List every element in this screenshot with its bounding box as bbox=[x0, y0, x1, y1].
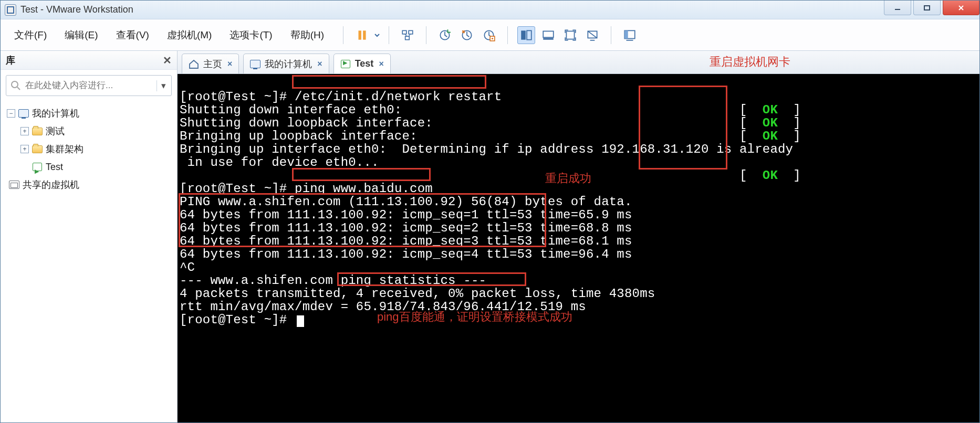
menu-tabs[interactable]: 选项卡(T) bbox=[223, 25, 278, 45]
tab-my-computer[interactable]: 我的计算机 × bbox=[243, 54, 329, 73]
menu-bar: 文件(F) 编辑(E) 查看(V) 虚拟机(M) 选项卡(T) 帮助(H) bbox=[1, 19, 979, 51]
power-dropdown[interactable] bbox=[373, 26, 381, 44]
close-button[interactable] bbox=[943, 1, 979, 15]
window-controls bbox=[882, 1, 979, 19]
tree-label: Test bbox=[46, 158, 63, 176]
tree-label: 集群架构 bbox=[46, 140, 84, 158]
library-search[interactable]: ▾ bbox=[6, 75, 172, 96]
minimize-button[interactable] bbox=[884, 1, 911, 15]
menu-help[interactable]: 帮助(H) bbox=[284, 25, 330, 45]
tab-home[interactable]: 主页 × bbox=[182, 54, 239, 73]
tree-my-computer[interactable]: − 我的计算机 bbox=[5, 104, 175, 122]
pause-button[interactable] bbox=[353, 26, 371, 44]
send-ctrl-alt-del-button[interactable] bbox=[399, 26, 416, 44]
tree-label: 我的计算机 bbox=[32, 104, 79, 122]
svg-rect-17 bbox=[543, 38, 554, 39]
annotation-ping-ok: ping百度能通，证明设置桥接模式成功 bbox=[377, 309, 572, 325]
menu-vm[interactable]: 虚拟机(M) bbox=[161, 25, 218, 45]
library-header: 库 ✕ bbox=[1, 51, 177, 70]
tree-shared-vms[interactable]: 共享的虚拟机 bbox=[5, 176, 175, 194]
tab-close-icon[interactable]: × bbox=[379, 59, 383, 69]
svg-rect-5 bbox=[409, 30, 413, 34]
svg-rect-18 bbox=[566, 31, 574, 39]
tab-close-icon[interactable]: × bbox=[317, 59, 322, 69]
library-title: 库 bbox=[6, 54, 15, 67]
svg-rect-14 bbox=[521, 30, 526, 39]
tree-label: 共享的虚拟机 bbox=[23, 176, 79, 194]
window-title: Test - VMware Workstation bbox=[20, 4, 882, 15]
tab-strip: 主页 × 我的计算机 × Test × 重启虚拟机网卡 bbox=[178, 51, 979, 74]
terminal-output: [root@Test ~]# /etc/init.d/network resta… bbox=[178, 74, 979, 422]
svg-rect-1 bbox=[924, 6, 930, 10]
search-input[interactable] bbox=[24, 80, 153, 91]
toolbar-separator bbox=[343, 26, 343, 44]
shared-icon bbox=[9, 181, 19, 189]
app-icon bbox=[5, 4, 16, 16]
tab-label: Test bbox=[355, 58, 374, 69]
library-sidebar: 库 ✕ ▾ − 我的计算机 + 测试 + 集群架构 bbox=[1, 51, 178, 422]
unity-button[interactable] bbox=[583, 26, 601, 44]
svg-rect-2 bbox=[359, 30, 361, 39]
menu-view[interactable]: 查看(V) bbox=[110, 25, 155, 45]
cursor bbox=[297, 315, 304, 327]
search-dropdown[interactable]: ▾ bbox=[157, 80, 167, 91]
content-area: 主页 × 我的计算机 × Test × 重启虚拟机网卡 [root@Test ~… bbox=[178, 51, 979, 422]
folder-icon bbox=[32, 128, 43, 135]
svg-rect-3 bbox=[363, 30, 366, 39]
fullscreen-button[interactable] bbox=[561, 26, 579, 44]
menu-edit[interactable]: 编辑(E) bbox=[58, 25, 104, 45]
folder-icon bbox=[32, 145, 43, 153]
thumbnail-view-button[interactable] bbox=[539, 26, 557, 44]
title-bar: Test - VMware Workstation bbox=[1, 1, 979, 19]
svg-rect-6 bbox=[405, 36, 410, 40]
main-area: 库 ✕ ▾ − 我的计算机 + 测试 + 集群架构 bbox=[1, 51, 979, 422]
tree-vm-test[interactable]: Test bbox=[5, 158, 175, 176]
svg-rect-16 bbox=[543, 31, 554, 37]
tab-test[interactable]: Test × bbox=[333, 54, 391, 73]
snapshot-manager-button[interactable] bbox=[480, 26, 498, 44]
svg-line-26 bbox=[17, 87, 20, 90]
vm-console[interactable]: [root@Test ~]# /etc/init.d/network resta… bbox=[178, 74, 979, 422]
search-icon bbox=[11, 80, 21, 91]
svg-point-25 bbox=[12, 81, 18, 88]
menu-file[interactable]: 文件(F) bbox=[8, 25, 53, 45]
computer-icon bbox=[18, 109, 29, 118]
svg-rect-4 bbox=[402, 30, 406, 34]
toolbar-separator bbox=[389, 26, 389, 44]
home-icon bbox=[189, 59, 199, 69]
tree-folder-cluster[interactable]: + 集群架构 bbox=[5, 140, 175, 158]
toolbar-separator bbox=[507, 26, 508, 44]
annotation-restart-ok: 重启成功 bbox=[545, 171, 591, 186]
maximize-button[interactable] bbox=[913, 1, 941, 15]
tab-label: 我的计算机 bbox=[265, 58, 312, 70]
library-tree: − 我的计算机 + 测试 + 集群架构 Test 共享的虚拟机 bbox=[1, 101, 177, 422]
snapshot-button[interactable] bbox=[436, 26, 454, 44]
annotation-restart-nic: 重启虚拟机网卡 bbox=[710, 54, 790, 70]
tree-label: 测试 bbox=[46, 122, 65, 140]
app-window: Test - VMware Workstation 文件(F) 编辑(E) 查看… bbox=[0, 0, 980, 423]
svg-line-20 bbox=[588, 31, 597, 38]
svg-point-13 bbox=[492, 37, 493, 39]
vm-icon bbox=[33, 163, 42, 171]
close-library-button[interactable]: ✕ bbox=[163, 54, 172, 67]
toolbar-separator bbox=[426, 26, 426, 44]
tab-label: 主页 bbox=[203, 58, 222, 70]
computer-icon bbox=[250, 60, 260, 68]
toolbar-separator bbox=[611, 26, 611, 44]
svg-rect-15 bbox=[527, 30, 531, 39]
tab-close-icon[interactable]: × bbox=[227, 59, 232, 69]
svg-rect-23 bbox=[624, 30, 628, 38]
library-toggle-button[interactable] bbox=[621, 26, 639, 44]
revert-snapshot-button[interactable] bbox=[458, 26, 476, 44]
show-console-button[interactable] bbox=[517, 26, 535, 44]
vm-icon bbox=[341, 60, 350, 68]
tree-folder-test-group[interactable]: + 测试 bbox=[5, 122, 175, 140]
